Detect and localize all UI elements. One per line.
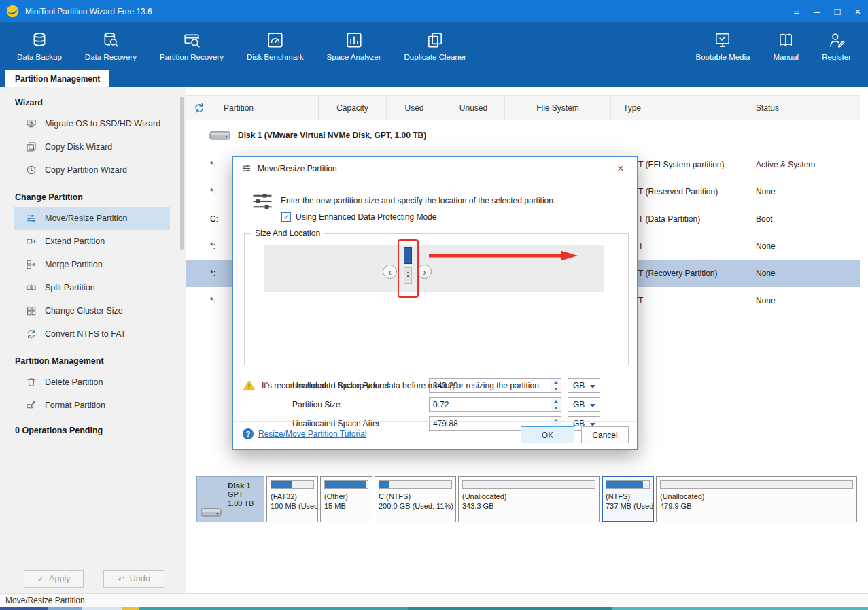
toolbar-label: Data Recovery [85, 53, 137, 61]
checkbox-label: Using Enhanced Data Protecting Mode [296, 212, 436, 222]
minimize-button[interactable]: – [807, 0, 827, 22]
menu-icon[interactable]: ≡ [786, 0, 807, 22]
group-title: Size And Location [251, 228, 324, 238]
data-recovery-icon [102, 31, 120, 49]
sidebar-item-split-partition[interactable]: Split Partition [14, 276, 170, 299]
disk-drive-icon [201, 505, 222, 519]
maximize-button[interactable]: □ [827, 0, 848, 22]
spin-up-button[interactable] [551, 379, 561, 386]
refresh-icon[interactable] [193, 102, 205, 114]
partition-label: (Other) [324, 492, 368, 501]
move-resize-large-icon [249, 189, 275, 216]
tutorial-link[interactable]: Resize/Move Partition Tutorial [258, 429, 366, 439]
usage-bar [324, 480, 368, 489]
close-button[interactable]: × [848, 0, 868, 22]
slider-right-arrow[interactable]: › [417, 265, 432, 279]
toolbar-label: Data Backup [17, 53, 62, 61]
toolbar-data-backup[interactable]: Data Backup [5, 22, 73, 70]
column-used[interactable]: Used [387, 96, 442, 120]
duplicate-cleaner-icon [426, 31, 444, 49]
sidebar-item-delete-partition[interactable]: Delete Partition [14, 371, 170, 394]
sidebar-item-change-cluster-size[interactable]: Change Cluster Size [14, 299, 170, 322]
column-capacity[interactable]: Capacity [319, 96, 387, 120]
usage-bar [271, 480, 314, 489]
spin-down-button[interactable] [551, 405, 561, 411]
spin-up-button[interactable] [551, 398, 561, 405]
cell-status: None [750, 241, 860, 251]
sidebar-item-convert-ntfs[interactable]: Convert NTFS to FAT [14, 322, 170, 345]
disk-map-unallocated-2[interactable]: (Unallocated) 479.9 GB [656, 476, 857, 522]
spin-up-button[interactable] [551, 417, 561, 424]
disk-map-disk-label[interactable]: Disk 1 GPT 1.00 TB [196, 476, 264, 522]
sidebar-section-partition-management: Partition Management [0, 345, 186, 371]
toolbar-manual[interactable]: Manual [761, 22, 810, 70]
move-resize-icon [241, 163, 251, 173]
toolbar-left-group: Data Backup Data Recovery Partition Reco… [0, 22, 478, 70]
dialog-close-button[interactable]: × [612, 163, 629, 175]
titlebar: MiniTool Partition Wizard Free 13.6 ≡ – … [0, 0, 868, 22]
disk-group-row[interactable]: Disk 1 (VMware Virtual NVMe Disk, GPT, 1… [186, 120, 860, 150]
tutorial-link-row: ? Resize/Move Partition Tutorial [243, 428, 366, 439]
column-partition[interactable]: Partition [186, 96, 319, 120]
ok-button[interactable]: OK [521, 426, 574, 443]
disk-map-unallocated-1[interactable]: (Unallocated) 343.3 GB [458, 476, 600, 522]
cell-status: Active & System [750, 160, 860, 169]
partition-size-input[interactable] [429, 397, 551, 412]
partition-size: 15 MB [324, 501, 368, 511]
sidebar-item-label: Delete Partition [45, 377, 103, 387]
usage-bar [462, 480, 595, 489]
toolbar-bootable-media[interactable]: Bootable Media [684, 22, 762, 70]
partition-label: C:(NTFS) [379, 492, 452, 501]
toolbar-data-recovery[interactable]: Data Recovery [73, 22, 148, 70]
disk-map-partition-c[interactable]: C:(NTFS) 200.0 GB (Used: 11%) [375, 476, 456, 522]
sidebar-item-merge-partition[interactable]: Merge Partition [14, 253, 170, 276]
copy-partition-icon [26, 165, 37, 175]
tab-row: Partition Management [0, 70, 868, 87]
spin-down-button[interactable] [551, 386, 561, 392]
sidebar-item-move-resize[interactable]: Move/Resize Partition [14, 207, 170, 230]
column-file-system[interactable]: File System [505, 96, 611, 120]
sidebar-item-copy-disk[interactable]: Copy Disk Wizard [14, 135, 170, 158]
undo-button[interactable]: ↶ Undo [103, 570, 164, 588]
column-unused[interactable]: Unused [442, 96, 505, 120]
toolbar-register[interactable]: Register [810, 22, 863, 70]
warning-icon [243, 379, 256, 392]
toolbar-label: Disk Benchmark [247, 53, 304, 61]
column-type[interactable]: Type [611, 96, 750, 120]
sidebar-item-copy-partition[interactable]: Copy Partition Wizard [14, 158, 170, 182]
toolbar-partition-recovery[interactable]: Partition Recovery [148, 22, 235, 70]
partition-slider-handle[interactable] [404, 247, 412, 264]
disk-map-partition-other[interactable]: (Other) 15 MB [320, 476, 372, 522]
toolbar-right-group: Bootable Media Manual Register [684, 22, 868, 70]
partition-size: 479.9 GB [660, 501, 853, 511]
sidebar-scrollbar[interactable] [180, 97, 184, 250]
toolbar-space-analyzer[interactable]: Space Analyzer [315, 22, 393, 70]
sidebar-item-label: Copy Partition Wizard [45, 165, 127, 175]
spinner [551, 378, 561, 393]
column-status[interactable]: Status [750, 96, 860, 120]
extend-partition-icon [26, 236, 37, 247]
disk-map-partition-fat32[interactable]: (FAT32) 100 MB (Used [266, 476, 318, 522]
enhanced-protection-checkbox[interactable]: ✓ Using Enhanced Data Protecting Mode [281, 212, 436, 222]
unit-dropdown[interactable]: GB [568, 378, 600, 393]
unit-dropdown[interactable]: GB [568, 397, 600, 412]
partition-slider-grip[interactable] [404, 267, 412, 284]
partition-size: 100 MB (Used [271, 501, 314, 511]
window-title: MiniTool Partition Wizard Free 13.6 [25, 7, 152, 16]
dialog-title: Move/Resize Partition [258, 164, 337, 173]
usage-bar [660, 480, 853, 489]
disk-map-partition-ntfs-selected[interactable]: (NTFS) 737 MB (Used [602, 476, 654, 522]
format-partition-icon [26, 400, 37, 411]
toolbar-disk-benchmark[interactable]: Disk Benchmark [235, 22, 315, 70]
tab-partition-management[interactable]: Partition Management [5, 70, 109, 87]
partition-slider-track[interactable]: ‹ › [264, 245, 604, 292]
slider-left-arrow[interactable]: ‹ [383, 265, 397, 279]
sidebar-item-format-partition[interactable]: Format Partition [14, 394, 170, 417]
checkbox-checked-icon[interactable]: ✓ [281, 212, 291, 222]
toolbar-duplicate-cleaner[interactable]: Duplicate Cleaner [393, 22, 478, 70]
cancel-button[interactable]: Cancel [581, 426, 629, 443]
apply-button[interactable]: ✓ Apply [24, 570, 84, 588]
sidebar-item-label: Extend Partition [45, 237, 105, 246]
sidebar-item-migrate-os[interactable]: Migrate OS to SSD/HD Wizard [14, 112, 170, 135]
sidebar-item-extend-partition[interactable]: Extend Partition [14, 230, 170, 253]
